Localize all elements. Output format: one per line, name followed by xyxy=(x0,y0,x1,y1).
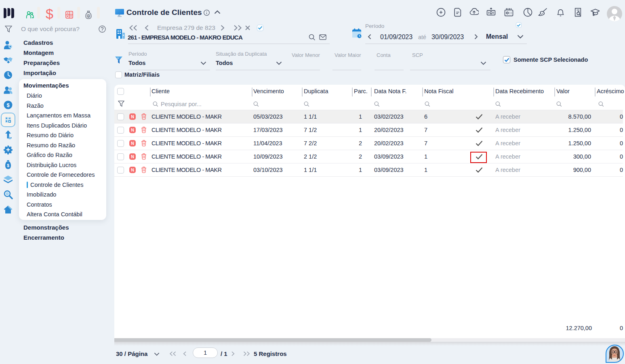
svg-text:$: $ xyxy=(7,163,9,168)
svg-text:$: $ xyxy=(6,102,10,108)
svg-text:$: $ xyxy=(88,15,89,17)
